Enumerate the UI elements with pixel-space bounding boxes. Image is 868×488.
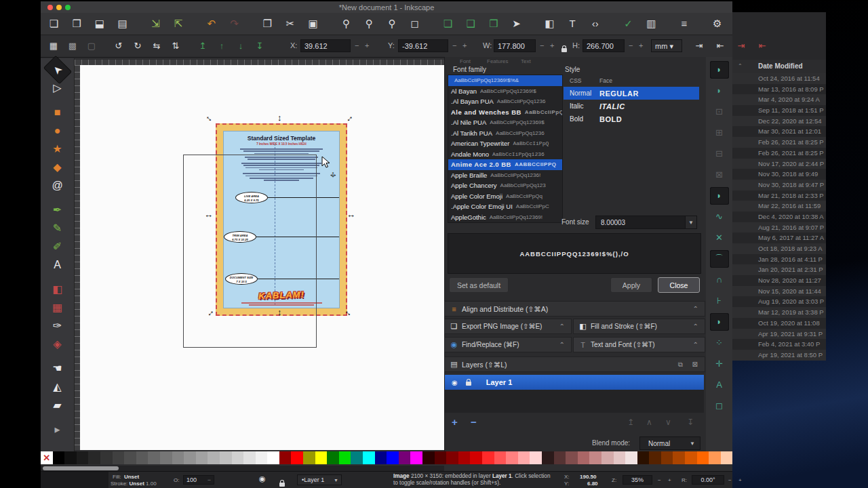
rectangle-tool-icon[interactable]: ■	[46, 104, 69, 121]
color-swatch[interactable]	[637, 451, 650, 464]
style-list-item[interactable]: BoldBOLD	[564, 113, 699, 125]
color-swatch[interactable]	[446, 451, 458, 464]
snap-line-midpoints-icon[interactable]: ⊦	[710, 292, 729, 310]
eraser-tool-icon[interactable]: ▰	[46, 396, 69, 414]
zoom-selection-icon[interactable]: ⚲	[338, 16, 354, 32]
layer-lock-toggle-icon[interactable]	[279, 477, 285, 488]
color-swatch[interactable]	[578, 451, 590, 464]
apply-button[interactable]: Apply	[610, 277, 652, 293]
color-swatch[interactable]	[77, 451, 89, 464]
color-swatch[interactable]	[172, 451, 184, 464]
collapse-chevron-icon[interactable]: ⌃	[693, 305, 698, 312]
deselect-icon[interactable]: ▢	[84, 39, 99, 54]
remove-layer-button[interactable]: −	[471, 416, 477, 428]
star-tool-icon[interactable]: ★	[46, 140, 69, 158]
snap-text-baseline-icon[interactable]: A	[710, 376, 729, 394]
collapse-chevron-icon[interactable]: ⌃	[693, 323, 698, 330]
font-list-item[interactable]: Anime Ace 2.0 BBAABBCCIIPPQ	[448, 159, 562, 170]
more-tools-icon[interactable]: ▸	[46, 421, 69, 439]
x-decrement[interactable]: −	[355, 41, 359, 49]
layer-to-bottom-icon[interactable]: ↧	[687, 418, 694, 427]
color-swatch[interactable]	[410, 451, 422, 464]
unit-dropdown[interactable]: mm ▾	[651, 39, 682, 52]
float-panel-icon[interactable]: ⧉	[678, 361, 683, 369]
snap-cusp-nodes-icon[interactable]: ⌒	[710, 250, 729, 268]
snap-others-icon[interactable]: ◗	[710, 313, 729, 331]
scrollbar-thumb[interactable]	[43, 466, 119, 470]
zoom-increment[interactable]: +	[668, 477, 671, 483]
font-list-item[interactable]: .Al Nile PUAAaBbCcIiPpQq12369$	[448, 117, 562, 128]
font-list-item[interactable]: American TypewriterAaBbCcIiPpQ	[448, 138, 562, 149]
color-swatch[interactable]	[327, 451, 339, 464]
color-swatch[interactable]	[721, 451, 733, 464]
font-list-item[interactable]: Apple Color EmojiAaBbCcIiPpQq	[448, 191, 562, 202]
color-swatch[interactable]	[566, 451, 578, 464]
font-list-item[interactable]: .Al Bayan PUAAaBbCcIiPpQq1236	[448, 96, 562, 107]
color-swatch[interactable]	[315, 451, 328, 464]
panel-find-replace[interactable]: ◉ Find/Replace (⌘F) ⌃	[444, 337, 572, 352]
panel-align-distribute[interactable]: ≡ Align and Distribute (⇧⌘A) ⌃	[444, 301, 705, 317]
layer-to-top-icon[interactable]: ↥	[627, 418, 634, 427]
color-swatch[interactable]	[542, 451, 554, 464]
save-document-icon[interactable]: ⬓	[92, 16, 107, 32]
color-swatch[interactable]	[661, 451, 673, 464]
snap-object-centers-icon[interactable]: ⁘	[710, 334, 729, 352]
snap-rotation-centers-icon[interactable]: ✛	[710, 355, 729, 373]
x-increment[interactable]: +	[365, 41, 369, 49]
w-increment[interactable]: +	[550, 41, 554, 49]
unlink-clone-icon[interactable]: ❒	[486, 16, 501, 32]
color-swatch[interactable]	[351, 451, 363, 464]
tab-font[interactable]: Font	[460, 58, 471, 64]
color-swatch[interactable]	[709, 451, 721, 464]
duplicate-icon[interactable]: ❏	[440, 16, 456, 32]
zoom-decrement[interactable]: −	[658, 477, 661, 483]
export-document-icon[interactable]: ⇱	[171, 16, 186, 32]
height-input[interactable]: 266.700	[583, 39, 625, 52]
close-panel-icon[interactable]: ⊠	[692, 361, 698, 368]
snap-path-intersections-icon[interactable]: ✕	[710, 229, 729, 247]
horizontal-scrollbar[interactable]	[41, 466, 444, 471]
raise-to-top-icon[interactable]: ↥	[195, 39, 210, 54]
cut-icon[interactable]: ✂	[283, 16, 298, 32]
font-list-item[interactable]: Andale MonoAaBbCcIiPpQq1236	[448, 149, 562, 160]
transform-corners-icon[interactable]: ⇤	[713, 39, 728, 54]
tab-text[interactable]: Text	[521, 58, 531, 64]
y-input[interactable]: -39.612	[398, 39, 448, 52]
tab-features[interactable]: Features	[487, 58, 509, 64]
zoom-page-icon[interactable]: ⚲	[384, 16, 400, 32]
panel-text-font[interactable]: T Text and Font (⇧⌘T) ⌃	[573, 337, 705, 352]
color-swatch[interactable]	[279, 451, 292, 464]
panel-layers[interactable]: ▤ Layers (⇧⌘L) ⧉ ⊠	[444, 357, 705, 372]
layer-name[interactable]: Layer 1	[486, 378, 513, 386]
color-swatch[interactable]	[458, 451, 471, 464]
collapse-chevron-icon[interactable]: ⌃	[559, 341, 565, 348]
fill-indicator[interactable]: Fill: Unset	[113, 474, 139, 480]
color-swatch[interactable]	[482, 451, 494, 464]
color-swatch[interactable]	[589, 451, 601, 464]
color-swatch[interactable]	[184, 451, 196, 464]
snap-bbox-centers-icon[interactable]: ⊠	[710, 166, 729, 184]
finder-column-header[interactable]: ⌃ Date Modified	[732, 60, 826, 74]
color-swatch[interactable]	[196, 451, 208, 464]
snap-smooth-nodes-icon[interactable]: ∩	[710, 271, 729, 289]
color-swatch[interactable]	[136, 451, 149, 464]
tweak-tool-icon[interactable]: ☚	[46, 360, 69, 378]
snap-bounding-box-icon[interactable]: ◗	[710, 82, 729, 100]
swatch-none[interactable]: ✕	[41, 451, 53, 464]
color-swatch[interactable]	[470, 451, 482, 464]
open-document-icon[interactable]: ❒	[69, 16, 85, 32]
font-family-list[interactable]: AaBbCcIiPpQq12369!$%&Al BayanAaBbCcIiPpQ…	[448, 75, 563, 223]
color-swatch[interactable]	[160, 451, 172, 464]
color-swatch[interactable]	[124, 451, 136, 464]
color-swatch[interactable]	[554, 451, 566, 464]
h-increment[interactable]: +	[639, 41, 643, 49]
color-swatch[interactable]	[339, 451, 351, 464]
transform-stroke-icon[interactable]: ⇥	[692, 39, 707, 54]
undo-icon[interactable]: ↶	[203, 16, 219, 32]
scale-handle-n[interactable]: ↕	[277, 114, 282, 122]
color-swatch[interactable]	[88, 451, 100, 464]
layer-visibility-icon[interactable]: ◉	[452, 379, 458, 386]
color-swatch[interactable]	[506, 451, 518, 464]
layer-lower-icon[interactable]: ∨	[665, 418, 671, 427]
text-dialog-icon[interactable]: T	[565, 16, 580, 32]
